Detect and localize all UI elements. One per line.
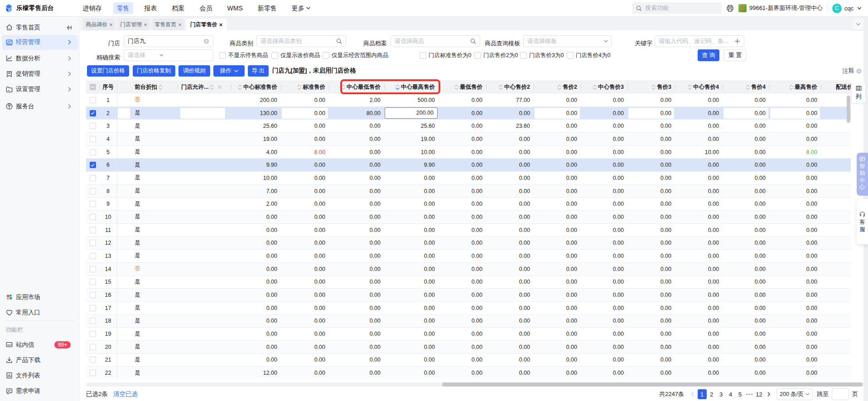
sort-icon[interactable]: [454, 84, 458, 90]
table-row-16[interactable]: 16是0.000.000.000.000.000.000.000.000.000…: [86, 289, 851, 302]
editable-cell[interactable]: [180, 108, 225, 119]
template-select[interactable]: 请选择模板: [523, 35, 612, 47]
table-row-15[interactable]: 15是0.000.000.000.000.000.000.000.000.000…: [86, 276, 851, 289]
next-page-button[interactable]: [764, 389, 773, 399]
row-checkbox[interactable]: [86, 276, 99, 289]
column-header-8[interactable]: 中心售价2: [486, 80, 530, 94]
toolbar-button-1[interactable]: 设置门店价格: [87, 65, 129, 77]
row-checkbox[interactable]: [86, 172, 99, 184]
chevron-down-icon[interactable]: [604, 40, 608, 43]
sort-icon[interactable]: [499, 84, 503, 90]
clear-selection-link[interactable]: 清空已选: [113, 390, 138, 398]
table-row-9[interactable]: 9是2.000.000.000.000.000.000.000.000.000.…: [86, 198, 851, 211]
row-checkbox[interactable]: [86, 328, 99, 340]
horizontal-scrollbar[interactable]: [86, 382, 864, 387]
prev-page-button[interactable]: [688, 389, 697, 399]
sidebar-item-heart[interactable]: 常用入口: [2, 305, 78, 320]
sidebar-item-6[interactable]: 服务台: [2, 99, 78, 114]
topnav-item-6[interactable]: WMS: [224, 2, 246, 14]
editable-cell[interactable]: 0.00: [535, 108, 580, 119]
editable-cell[interactable]: 0.00: [628, 108, 674, 119]
row-checkbox[interactable]: [86, 367, 99, 379]
focused-editing-cell[interactable]: 200.00: [385, 107, 438, 119]
search-icon[interactable]: [470, 38, 477, 45]
query-button[interactable]: 查 询: [698, 49, 719, 61]
column-header-12[interactable]: 中心售价4: [675, 80, 719, 94]
column-header-3[interactable]: 中心标准售价: [231, 80, 277, 94]
sidebar-collapse-icon[interactable]: [65, 24, 72, 31]
search-icon[interactable]: [336, 38, 342, 45]
table-row-14[interactable]: 14否0.000.000.000.000.000.000.000.000.000…: [86, 263, 851, 276]
sort-icon[interactable]: [688, 84, 692, 90]
store-input[interactable]: 门店九: [124, 35, 213, 47]
row-checkbox[interactable]: [86, 302, 99, 314]
row-checkbox[interactable]: [86, 315, 99, 328]
filter-checkbox-4[interactable]: 门店标准售价为0: [420, 52, 471, 59]
toolbar-button-5[interactable]: 导 出: [248, 65, 269, 77]
editable-cell[interactable]: 0.00: [723, 108, 768, 119]
row-checkbox[interactable]: [86, 224, 99, 237]
table-row-8[interactable]: 8是7.000.000.000.000.000.000.000.000.000.…: [86, 185, 851, 198]
search-input[interactable]: 搜索功能: [632, 2, 722, 14]
annotation-link[interactable]: 注释?: [842, 67, 862, 75]
archive-select[interactable]: 请选择商品: [391, 35, 480, 47]
column-header-2[interactable]: 门店允许...: [181, 80, 231, 94]
row-checkbox[interactable]: [86, 94, 99, 106]
page-button-3[interactable]: 3: [717, 389, 726, 399]
sort-icon[interactable]: [789, 84, 793, 90]
app-logo[interactable]: 乐檬零售后台: [5, 0, 54, 16]
row-checkbox[interactable]: [86, 198, 99, 210]
table-row-19[interactable]: 19是0.000.000.000.000.000.000.000.000.000…: [86, 328, 851, 341]
topnav-item-3[interactable]: 报表: [141, 2, 161, 14]
column-header-4[interactable]: 标准售价: [281, 80, 325, 94]
page-button-12[interactable]: 12: [755, 389, 764, 399]
toolbar-button-3[interactable]: 调价规则: [178, 65, 210, 77]
tab-4[interactable]: 门店零售价×: [186, 19, 227, 30]
table-row-4[interactable]: 4是19.000.000.0019.000.000.000.000.000.00…: [86, 133, 851, 146]
row-checkbox[interactable]: [86, 146, 99, 159]
column-header-11[interactable]: 售价3: [627, 80, 671, 94]
column-header-15[interactable]: 配送价: [836, 80, 851, 94]
tab-2[interactable]: 门店管理×: [118, 19, 149, 30]
horizontal-scrollbar-thumb[interactable]: [442, 382, 863, 387]
sort-icon[interactable]: [210, 84, 214, 90]
row-checkbox[interactable]: [86, 354, 99, 367]
column-header-7[interactable]: 最低售价: [439, 80, 482, 94]
table-row-1[interactable]: 1否200.000.002.00500.000.0077.000.000.000…: [86, 94, 851, 107]
row-checkbox[interactable]: [86, 211, 99, 223]
sort-icon[interactable]: [238, 84, 242, 90]
column-header-9[interactable]: 售价2: [534, 80, 577, 94]
table-row-21[interactable]: 21是0.000.000.000.000.000.000.000.000.000…: [86, 354, 851, 367]
table-row-12[interactable]: 12是0.000.000.000.000.000.000.000.000.000…: [86, 237, 851, 250]
sort-icon[interactable]: [557, 84, 561, 90]
topnav-item-4[interactable]: 档案: [169, 2, 188, 14]
filter-checkbox-5[interactable]: 门店售价2为0: [474, 52, 518, 59]
row-checkbox[interactable]: [86, 341, 99, 353]
jump-page-input[interactable]: [832, 388, 849, 400]
tab-close-icon[interactable]: ×: [219, 22, 223, 28]
sidebar-item-5[interactable]: 设置管理: [2, 82, 78, 97]
precise-search-select[interactable]: 请选择: [124, 49, 213, 61]
topnav-item-8[interactable]: 更多: [288, 2, 314, 14]
table-row-7[interactable]: 7是10.000.000.000.000.000.000.000.000.000…: [86, 172, 851, 185]
tenant-info[interactable]: 99661-新界面环境-管理中心: [738, 4, 823, 12]
column-menu-icon[interactable]: [217, 84, 222, 90]
tab-close-icon[interactable]: ×: [144, 22, 147, 28]
editable-cell[interactable]: 0.00: [770, 108, 820, 119]
row-checkbox[interactable]: [86, 133, 99, 145]
editable-cell[interactable]: [118, 108, 130, 119]
sidebar-item-4[interactable]: 促销管理: [2, 67, 78, 82]
sidebar-item-require[interactable]: 需求申请: [2, 384, 78, 399]
table-row-10[interactable]: 10是0.000.000.000.000.000.000.000.000.000…: [86, 211, 851, 224]
column-header-14[interactable]: 最高售价: [769, 80, 817, 94]
row-checkbox[interactable]: [86, 120, 99, 132]
tab-3[interactable]: 零售首页×: [152, 19, 184, 30]
sidebar-item-mail[interactable]: 站内信99+: [2, 337, 78, 352]
table-row-5[interactable]: 5是4.008.000.0010.000.000.000.000.000.001…: [86, 146, 851, 159]
column-header-13[interactable]: 售价4: [723, 80, 766, 94]
reset-button[interactable]: 重 置: [724, 49, 746, 61]
row-checkbox[interactable]: [86, 289, 99, 301]
column-header-1[interactable]: 前台折扣: [135, 80, 178, 94]
table-row-6[interactable]: 6是9.900.000.009.900.000.000.000.000.000.…: [86, 159, 851, 172]
keyword-input[interactable]: 请输入代码、速记码、条...: [655, 35, 744, 47]
